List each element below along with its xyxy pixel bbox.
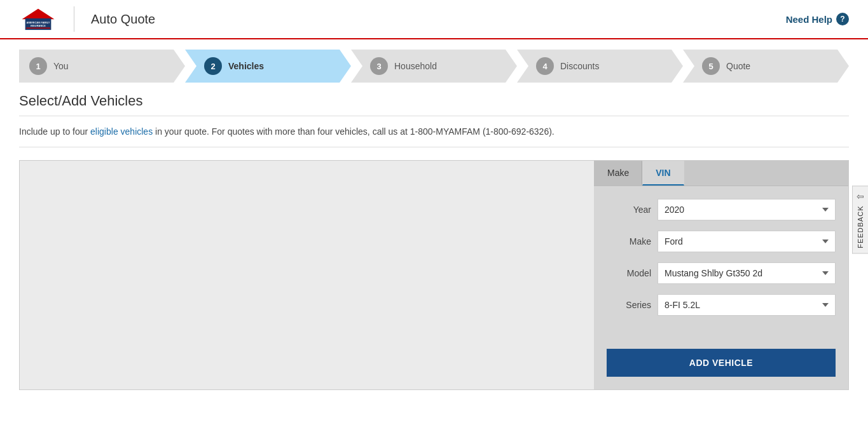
model-row: Model Mustang Shlby Gt350 2d [607, 262, 836, 284]
page-title: Select/Add Vehicles [19, 93, 849, 116]
app-header: AMERICAN FAMILY INSURANCE Auto Quote Nee… [0, 0, 868, 39]
feedback-icon: ⇦ [857, 191, 864, 201]
step-2-label: Vehicles [228, 61, 264, 71]
svg-rect-5 [26, 27, 50, 28]
tab-vin[interactable]: VIN [642, 161, 684, 186]
model-select[interactable]: Mustang Shlby Gt350 2d [658, 262, 836, 284]
step-4-label: Discounts [560, 61, 599, 71]
step-3-circle: 3 [370, 57, 388, 75]
logo-container: AMERICAN FAMILY INSURANCE [19, 6, 57, 32]
make-row: Make Ford [607, 231, 836, 252]
header-left: AMERICAN FAMILY INSURANCE Auto Quote [19, 6, 155, 32]
step-5-circle: 5 [702, 57, 720, 75]
series-label: Series [607, 300, 651, 310]
model-label: Model [607, 268, 651, 278]
svg-marker-0 [22, 9, 55, 20]
year-label: Year [607, 205, 651, 215]
feedback-label: FEEDBACK [857, 205, 864, 248]
help-icon: ? [836, 13, 849, 25]
year-select[interactable]: 2020 [658, 199, 836, 220]
step-2-circle: 2 [204, 57, 222, 75]
step-1-label: You [53, 61, 69, 71]
step-discounts[interactable]: 4 Discounts [517, 50, 683, 83]
main-content: Select/Add Vehicles Include up to four e… [0, 93, 868, 409]
step-3-label: Household [394, 61, 437, 71]
info-text-after: in your quote. For quotes with more than… [153, 126, 555, 137]
step-1-circle: 1 [29, 57, 47, 75]
svg-text:INSURANCE: INSURANCE [31, 24, 46, 27]
year-row: Year 2020 [607, 199, 836, 220]
need-help-link[interactable]: Need Help ? [786, 13, 849, 25]
step-4-circle: 4 [536, 57, 554, 75]
svg-text:AMERICAN FAMILY: AMERICAN FAMILY [27, 21, 50, 24]
step-5-label: Quote [726, 61, 750, 71]
vehicle-image-area [20, 161, 594, 389]
step-quote[interactable]: 5 Quote [683, 50, 849, 83]
tab-make[interactable]: Make [594, 161, 642, 186]
feedback-tab[interactable]: ⇦ FEEDBACK [852, 186, 868, 253]
make-select[interactable]: Ford [658, 231, 836, 252]
form-fields: Year 2020 Make Ford Model Mustang Shlby … [594, 186, 848, 342]
step-household[interactable]: 3 Household [351, 50, 517, 83]
app-title: Auto Quote [91, 12, 155, 27]
amfam-logo: AMERICAN FAMILY INSURANCE [19, 6, 57, 32]
make-label: Make [607, 236, 651, 247]
vehicle-form-panel: Make VIN Year 2020 Make Ford [594, 161, 848, 389]
header-divider [74, 6, 74, 32]
step-you[interactable]: 1 You [19, 50, 185, 83]
vehicle-section: Make VIN Year 2020 Make Ford [19, 160, 849, 390]
series-select[interactable]: 8-FI 5.2L [658, 294, 836, 316]
form-tabs: Make VIN [594, 161, 848, 186]
add-vehicle-button[interactable]: ADD VEHICLE [607, 349, 836, 377]
need-help-label: Need Help [786, 14, 832, 25]
info-paragraph: Include up to four eligible vehicles in … [19, 126, 849, 147]
stepper: 1 You 2 Vehicles 3 Household 4 Discounts… [0, 50, 868, 83]
eligible-vehicles-link[interactable]: eligible vehicles [90, 126, 153, 137]
info-text-before: Include up to four [19, 126, 90, 137]
step-vehicles[interactable]: 2 Vehicles [185, 50, 351, 83]
series-row: Series 8-FI 5.2L [607, 294, 836, 316]
